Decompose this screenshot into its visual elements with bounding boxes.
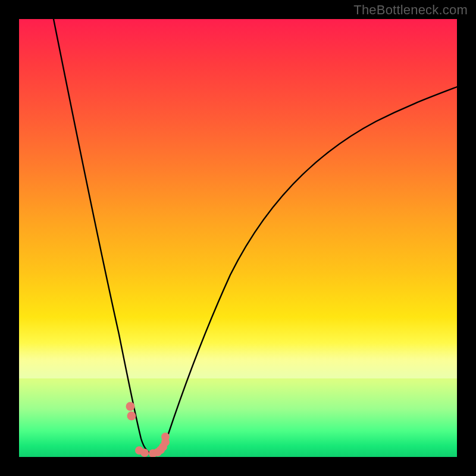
marker-dot <box>149 449 157 457</box>
outer-frame: TheBottleneck.com <box>0 0 476 476</box>
chart-svg <box>19 19 457 457</box>
marker-dot <box>140 449 149 457</box>
marker-dot <box>161 438 170 446</box>
marker-dot <box>154 448 162 456</box>
marker-group <box>126 402 170 458</box>
marker-dot <box>135 446 143 455</box>
marker-dot <box>156 446 165 454</box>
marker-dot <box>126 402 135 411</box>
marker-dot <box>127 412 136 421</box>
marker-dot <box>161 433 170 441</box>
bottleneck-curve-path <box>54 19 457 454</box>
marker-dot <box>159 443 167 451</box>
chart-area <box>19 19 457 457</box>
lower-haze-band <box>19 343 457 378</box>
watermark-text: TheBottleneck.com <box>353 2 468 18</box>
